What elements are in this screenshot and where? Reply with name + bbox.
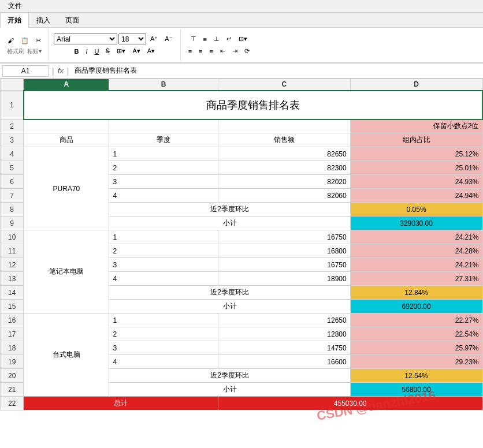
cell-b17[interactable]: 2 [109,327,218,341]
header-product[interactable]: 商品 [24,133,109,147]
total-value[interactable]: 455030.00 [218,397,482,410]
cell-d2[interactable]: 保留小数点2位 [350,120,482,133]
cell-c18[interactable]: 14750 [218,341,350,355]
cell-b6[interactable]: 3 [109,175,218,189]
formula-input[interactable] [72,66,481,76]
paste-btn[interactable]: 📋 [18,35,32,46]
cell-a2[interactable] [24,120,109,133]
fill-color-btn[interactable]: A▾ [129,46,143,57]
cell-c4[interactable]: 82650 [218,147,350,161]
underline-btn[interactable]: U [92,46,102,57]
cell-c17[interactable]: 12800 [218,327,350,341]
cell-d6[interactable]: 24.93% [350,175,482,189]
bold-btn[interactable]: B [72,46,82,57]
cell-bc14[interactable]: 近2季度环比 [109,286,350,300]
cell-cd21[interactable]: 56800.00 [350,383,482,397]
cell-reference-box[interactable] [2,65,49,77]
cell-c16[interactable]: 12650 [218,313,350,327]
cell-c13[interactable]: 18900 [218,272,350,286]
cell-c19[interactable]: 16600 [218,355,350,369]
cell-d7[interactable]: 24.94% [350,189,482,203]
cell-cd8[interactable]: 0.05% [350,203,482,216]
wrap-text-btn[interactable]: ↵ [224,33,235,44]
header-sales[interactable]: 销售额 [218,133,350,147]
align-bottom-btn[interactable]: ⊥ [211,33,222,44]
cell-bc8[interactable]: 近2季度环比 [109,203,350,216]
cell-cd20[interactable]: 12.54% [350,369,482,383]
cell-d5[interactable]: 25.01% [350,161,482,175]
italic-btn[interactable]: I [83,46,90,57]
total-label[interactable]: 总计 [24,397,218,410]
cell-d11[interactable]: 24.28% [350,244,482,258]
tab-home[interactable]: 开始 [0,13,29,28]
font-color-btn[interactable]: A▾ [144,46,158,57]
indent-decrease-btn[interactable]: ⇤ [217,46,228,57]
cell-d16[interactable]: 22.27% [350,313,482,327]
merge-btn[interactable]: ⊡▾ [236,33,250,44]
cut-btn[interactable]: ✂ [33,35,44,46]
cell-c11[interactable]: 16800 [218,244,350,258]
align-right-btn[interactable]: ≡ [207,46,216,57]
product-desktop[interactable]: 台式电脑 [24,313,109,397]
cell-bc15[interactable]: 小计 [109,300,350,313]
cell-bc9[interactable]: 小计 [109,216,350,230]
col-header-d[interactable]: D [350,79,482,91]
align-middle-btn[interactable]: ≡ [200,33,210,44]
font-selector[interactable]: Arial [54,33,117,44]
align-top-btn[interactable]: ⊤ [188,33,199,44]
tab-insert[interactable]: 插入 [29,13,58,28]
orientation-btn[interactable]: ⟳ [242,46,252,57]
cell-c5[interactable]: 82300 [218,161,350,175]
row-header-1: 1 [1,91,24,120]
cell-b11[interactable]: 2 [109,244,218,258]
cell-b18[interactable]: 3 [109,341,218,355]
cell-b13[interactable]: 4 [109,272,218,286]
cell-d10[interactable]: 24.21% [350,230,482,244]
cell-b7[interactable]: 4 [109,189,218,203]
cell-bc21[interactable]: 小计 [109,383,350,397]
product-pura70[interactable]: PURA70 [24,147,109,230]
cell-c12[interactable]: 16750 [218,258,350,272]
title-cell[interactable]: 商品季度销售排名表 [24,91,482,120]
cell-d19[interactable]: 29.23% [350,355,482,369]
header-season[interactable]: 季度 [109,133,218,147]
col-header-b[interactable]: B [109,79,218,91]
cell-c6[interactable]: 82020 [218,175,350,189]
cell-c2[interactable] [218,120,350,133]
tab-page[interactable]: 页面 [58,13,87,28]
format-painter-btn[interactable]: 🖌 [5,35,17,46]
cell-cd15[interactable]: 69200.00 [350,300,482,313]
cell-b10[interactable]: 1 [109,230,218,244]
row-header-12: 12 [1,258,24,272]
cell-cd9[interactable]: 329030.00 [350,216,482,230]
cell-b19[interactable]: 4 [109,355,218,369]
cell-d13[interactable]: 27.31% [350,272,482,286]
col-header-c[interactable]: C [218,79,350,91]
font-grow-btn[interactable]: A⁺ [147,33,161,44]
border-btn[interactable]: ⊞▾ [114,46,128,57]
font-size-selector[interactable]: 18 [118,33,146,44]
table-row: 3 商品 季度 销售额 组内占比 [1,133,483,147]
cell-d18[interactable]: 25.97% [350,341,482,355]
font-shrink-btn[interactable]: A⁻ [162,33,175,44]
col-header-a[interactable]: A [24,79,109,91]
cell-bc20[interactable]: 近2季度环比 [109,369,350,383]
cell-d12[interactable]: 24.21% [350,258,482,272]
align-center-btn[interactable]: ≡ [196,46,205,57]
cell-c7[interactable]: 82060 [218,189,350,203]
cell-b12[interactable]: 3 [109,258,218,272]
product-laptop[interactable]: 笔记本电脑 [24,230,109,313]
cell-c10[interactable]: 16750 [218,230,350,244]
cell-d17[interactable]: 22.54% [350,327,482,341]
cell-b4[interactable]: 1 [109,147,218,161]
cell-d4[interactable]: 25.12% [350,147,482,161]
cell-b16[interactable]: 1 [109,313,218,327]
align-left-btn[interactable]: ≡ [185,46,195,57]
header-ratio[interactable]: 组内占比 [350,133,482,147]
indent-increase-btn[interactable]: ⇥ [229,46,240,57]
app-menu-file[interactable]: 文件 [5,0,25,12]
cell-b2[interactable] [109,120,218,133]
cell-cd14[interactable]: 12.84% [350,286,482,300]
strikethrough-btn[interactable]: S̶ [103,46,113,57]
cell-b5[interactable]: 2 [109,161,218,175]
